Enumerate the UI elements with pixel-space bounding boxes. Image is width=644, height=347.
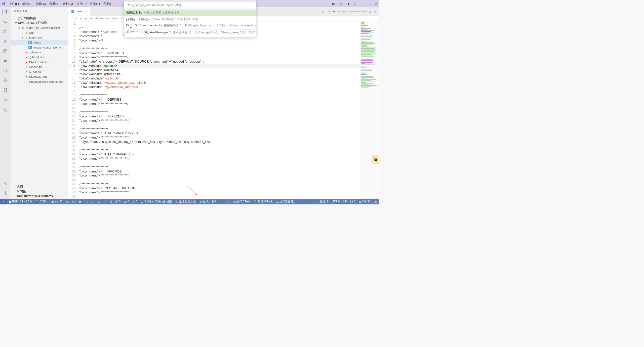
sb-folder[interactable]: 🗀 xyxy=(70,199,77,204)
workspace-section[interactable]: ∨SIMULATOR (工作区) xyxy=(11,21,68,25)
sb-play[interactable]: ▷ xyxy=(90,199,96,204)
menu-terminal[interactable]: 终端(T) xyxy=(89,1,101,6)
folder-icon: 🗀 xyxy=(71,17,74,20)
sb-bell[interactable]: 🔔 xyxy=(372,199,379,204)
esp-search-hint[interactable]: ESP-IDF: Search Error Hint xyxy=(338,10,367,13)
sb-star[interactable]: ★ xyxy=(77,199,83,204)
sb-flame[interactable]: ♨ xyxy=(96,199,102,204)
code-editor[interactable]: 1234567891011121314151617181920212223242… xyxy=(68,21,379,199)
tree-item-lv-conf-h[interactable]: hlv_conf.h xyxy=(11,69,68,74)
svg-line-7 xyxy=(6,22,7,23)
accounts-icon[interactable] xyxy=(3,181,8,186)
tree-item-lvgl[interactable]: ›🗀lvgl xyxy=(11,30,68,35)
svg-rect-15 xyxy=(4,60,7,62)
tree-item-main-c[interactable]: Cmain.c xyxy=(11,40,68,45)
menu-file[interactable]: 文件(F) xyxy=(8,1,20,6)
split-editor-icon[interactable]: ◫ xyxy=(369,10,372,13)
sb-win[interactable]: ⊞Win32 xyxy=(357,199,372,204)
quickpick-input[interactable] xyxy=(125,2,255,8)
sb--c[interactable]: { } C xyxy=(348,199,357,204)
menu-run[interactable]: 运行(R) xyxy=(75,1,88,6)
quickpick-option-scan[interactable]: [扫描工具包] 在这台计算机上搜索编译器 xyxy=(124,10,256,16)
quickpick-option-gcc-mingw[interactable]: GCC 8.1.0 x86_64-w64-mingw32 使用编译器: C = … xyxy=(125,29,255,36)
explorer-more-icon[interactable]: ⋯ xyxy=(62,9,65,13)
sb-bug[interactable]: 🪲 xyxy=(218,199,225,204)
close-button[interactable]: ✕ xyxy=(375,2,378,6)
sb-monitor[interactable]: 🖵 xyxy=(102,199,108,204)
tree-item-main-src[interactable]: ∨🗀main \ src xyxy=(11,35,68,40)
extensions-icon[interactable] xyxy=(3,48,8,54)
menu-edit[interactable]: 编辑(E) xyxy=(21,1,34,6)
sb-cmake[interactable]: ⬡CMake: [Debug]: 就绪 xyxy=(139,199,174,204)
test-icon[interactable] xyxy=(3,107,8,112)
trash-badge-icon[interactable]: 🗑 xyxy=(373,155,379,163)
sb-build[interactable]: ⎙ xyxy=(108,199,113,204)
sb-play2[interactable]: ▷ xyxy=(225,199,231,204)
settings-icon[interactable] xyxy=(3,190,8,196)
project-components-section[interactable]: ›PROJECT COMPONENTS xyxy=(11,194,68,199)
tree-item-mouse-cursor-icon-c[interactable]: Cmouse_cursor_icon.c xyxy=(11,45,68,50)
platformio-icon[interactable] xyxy=(3,68,8,73)
quickpick-option-unspecified[interactable]: [未指定] 未指定(让 CMake 猜测要使用的编译器和环境) xyxy=(124,16,256,22)
minimap[interactable] xyxy=(360,21,379,199)
layout-grid-icon[interactable]: ⊞ xyxy=(353,2,356,6)
tree-item-cmakelists-txt[interactable]: ▲CMakeLists.txt xyxy=(11,60,68,64)
timeline-section[interactable]: ›时间线 xyxy=(11,189,68,194)
sb-lf[interactable]: LF xyxy=(342,199,348,204)
vscode-logo-icon xyxy=(2,2,6,6)
sb-chip[interactable]: ⬢ESP-IDF v5.3.0 xyxy=(7,199,33,204)
layout-sidebar-right-icon[interactable]: ◨ xyxy=(346,2,349,6)
open-editors-section[interactable]: ›打开的编辑器 xyxy=(11,16,68,20)
sb-tools[interactable]: ✕无活动工具包 xyxy=(174,199,197,204)
more-actions-icon[interactable]: ⋯ xyxy=(374,10,377,13)
sb-wrench[interactable]: 🔧 xyxy=(83,199,90,204)
menu-selection[interactable]: 选择(S) xyxy=(34,1,47,6)
sb--all-[interactable]: [all] xyxy=(210,199,218,204)
sb-utf-8[interactable]: UTF-8 xyxy=(330,199,342,204)
explorer-icon[interactable] xyxy=(3,9,8,15)
run-dropdown-icon[interactable]: ▷˅ xyxy=(323,10,326,13)
tree-item-licence-txt[interactable]: ⚖licence.txt xyxy=(11,65,68,69)
tree-item--gitignore[interactable]: ◆.gitignore xyxy=(11,50,68,55)
build-icon: ⎙ xyxy=(110,200,111,203)
quickpick-option-gcc-arm[interactable]: GCC 13.2.1 arm-none-eabi 使用编译器: C = D:\S… xyxy=(124,22,256,28)
sb-err[interactable]: ⓧ0 xyxy=(113,199,122,204)
monitor-icon: 🖵 xyxy=(104,200,106,203)
sb-flow[interactable]: ⇶运行工作流 xyxy=(274,199,295,204)
sb-port[interactable]: ⇅0 xyxy=(131,199,139,204)
search-icon[interactable] xyxy=(3,19,8,24)
close-tab-icon[interactable]: × xyxy=(86,10,88,13)
sb-pkg[interactable]: 📦运行 CPack xyxy=(252,199,274,204)
tree-item-readme-md[interactable]: ⓘREADME.md xyxy=(11,74,68,79)
svg-marker-23 xyxy=(4,79,7,82)
svg-rect-12 xyxy=(4,49,5,51)
sb-gear[interactable]: ⚙ xyxy=(64,199,70,204)
sb-remote[interactable]: ⪤ xyxy=(0,199,7,204)
tree-item-lv-port-pc-vscode-master[interactable]: ∨🗀lv_port_pc_vscode-master xyxy=(11,25,68,30)
tab-settings-icon[interactable]: ⚙ xyxy=(328,10,330,13)
tree-item-simulator-code-workspace[interactable]: ⬚simulator.code-workspace xyxy=(11,79,68,84)
layout-sidebar-icon[interactable]: ◧ xyxy=(332,2,335,6)
tree-item--gitmodules[interactable]: ◆.gitmodules xyxy=(11,55,68,60)
sb-warn[interactable]: ⚠0 xyxy=(122,199,131,204)
menu-help[interactable]: 帮助(H) xyxy=(102,1,115,6)
outline-section[interactable]: ›大纲 xyxy=(11,184,68,189)
menu-go[interactable]: 转到(G) xyxy=(61,1,74,6)
run-debug-icon[interactable] xyxy=(3,38,8,44)
sb-gear2[interactable]: ⚙生成 xyxy=(198,199,210,204)
sb--2[interactable]: 空格: 2 xyxy=(318,199,330,204)
maximize-button[interactable]: ▢ xyxy=(368,2,371,6)
source-control-icon[interactable] xyxy=(3,29,8,34)
layout-panel-icon[interactable]: ▭ xyxy=(339,2,342,6)
minimize-button[interactable]: — xyxy=(360,2,364,6)
esp-hint-icon[interactable]: ⬢ xyxy=(333,10,335,13)
cmake-icon[interactable] xyxy=(3,78,8,83)
sb-beaker[interactable]: ⚗运行 CTest xyxy=(231,199,252,204)
cortex-icon[interactable] xyxy=(3,97,8,102)
tab-main-c[interactable]: C main.c × xyxy=(68,7,90,15)
esp-icon[interactable] xyxy=(3,58,8,63)
bookmark-icon[interactable] xyxy=(3,88,8,93)
sb-chip2[interactable]: ▣esp32 xyxy=(50,199,64,204)
menu-view[interactable]: 查看(V) xyxy=(48,1,61,6)
sb-plug[interactable]: 🔌COM1 xyxy=(33,199,50,204)
